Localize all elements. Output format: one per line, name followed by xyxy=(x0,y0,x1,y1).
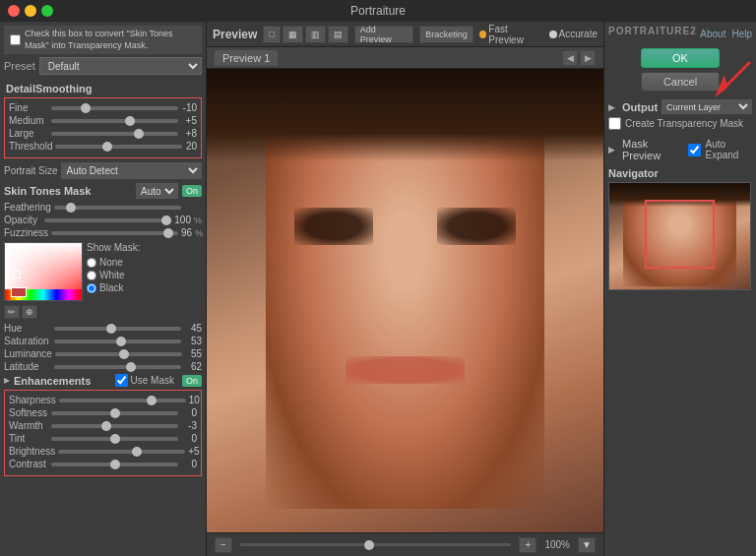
minimize-button[interactable] xyxy=(25,5,36,17)
mask-preview-triangle[interactable]: ▶ xyxy=(608,145,615,154)
color-tools: ✏ ⊕ xyxy=(4,305,83,319)
enhancements-box: Sharpness 10 Softness 0 Warmth -3 Tint 0… xyxy=(4,390,202,476)
ok-button[interactable]: OK xyxy=(641,48,720,68)
bracketing-button[interactable]: Bracketing xyxy=(419,26,473,43)
transparency-mask-checkbox[interactable] xyxy=(10,34,21,45)
opacity-row: Opacity 100 % xyxy=(4,215,202,225)
maximize-button[interactable] xyxy=(41,5,53,17)
fast-preview-option: Fast Preview xyxy=(479,24,543,45)
transparency-mask-row: Create Transparency Mask xyxy=(608,117,752,130)
hue-row: Hue 45 xyxy=(4,323,202,334)
navigator-image xyxy=(608,182,751,290)
close-button[interactable] xyxy=(8,5,20,17)
hue-value: 45 xyxy=(184,323,202,334)
threshold-slider[interactable] xyxy=(55,145,182,149)
brightness-value: +5 xyxy=(188,446,199,457)
preview-tab[interactable]: Preview 1 xyxy=(215,50,278,66)
auto-expand-row: Auto Expand xyxy=(688,139,752,160)
skin-tones-on-badge: On xyxy=(182,185,202,197)
accurate-option: Accurate xyxy=(549,29,598,39)
color-picker-gradient xyxy=(5,243,82,288)
latitude-label: Latitude xyxy=(4,361,51,372)
view-btn-2[interactable]: ▦ xyxy=(283,26,303,43)
softness-slider[interactable] xyxy=(51,411,178,415)
right-eye xyxy=(437,208,517,245)
zoom-in-button[interactable]: + xyxy=(519,537,536,553)
warmth-slider[interactable] xyxy=(51,424,178,428)
latitude-slider[interactable] xyxy=(54,365,181,369)
medium-slider[interactable] xyxy=(51,119,178,123)
add-preview-button[interactable]: Add Preview xyxy=(354,26,413,43)
output-triangle[interactable]: ▶ xyxy=(608,102,615,112)
hue-slider[interactable] xyxy=(54,327,181,331)
preview-nav-arrows: ◀ ▶ xyxy=(562,50,596,66)
fuzziness-label: Fuzziness xyxy=(4,227,48,238)
opacity-value: 100 xyxy=(174,215,191,225)
tint-value: 0 xyxy=(181,433,197,444)
show-mask-none-option[interactable]: None xyxy=(87,257,140,268)
warmth-row: Warmth -3 xyxy=(9,420,197,431)
preview-toolbar: Preview □ ▦ ▥ ▤ Add Preview Bracketing F… xyxy=(207,22,603,47)
saturation-slider[interactable] xyxy=(54,340,181,343)
zoom-out-button[interactable]: − xyxy=(215,537,232,553)
portraiture-logo: PORTRAITURE2 xyxy=(608,26,697,42)
view-btn-3[interactable]: ▥ xyxy=(305,26,326,43)
large-slider[interactable] xyxy=(51,132,178,136)
enhancements-on-badge: On xyxy=(182,375,202,387)
luminance-slider[interactable] xyxy=(55,352,182,356)
eyedropper-tool[interactable]: ✏ xyxy=(4,305,20,319)
brightness-slider[interactable] xyxy=(58,450,185,454)
use-mask-checkbox[interactable] xyxy=(115,374,128,387)
eyedropper-tool-2[interactable]: ⊕ xyxy=(22,305,37,319)
fast-preview-label: Fast Preview xyxy=(488,24,542,45)
zoom-dropdown-arrow[interactable]: ▼ xyxy=(578,537,596,553)
show-mask-none-radio[interactable] xyxy=(87,258,96,268)
use-mask-row: Use Mask xyxy=(115,374,174,387)
skin-tones-title: Skin Tones Mask xyxy=(4,185,136,197)
contrast-slider[interactable] xyxy=(51,463,178,466)
fuzziness-slider[interactable] xyxy=(51,231,178,235)
color-picker[interactable] xyxy=(4,242,83,301)
next-arrow[interactable]: ▶ xyxy=(580,50,596,66)
help-link[interactable]: Help xyxy=(731,29,752,39)
titlebar: Portraiture xyxy=(0,0,756,22)
threshold-slider-row: Threshold 20 xyxy=(9,141,197,152)
zoom-slider[interactable] xyxy=(240,543,511,546)
navigator-title: Navigator xyxy=(608,167,752,179)
feathering-row: Feathering xyxy=(4,202,202,213)
show-mask-white-option[interactable]: White xyxy=(87,270,140,280)
opacity-slider[interactable] xyxy=(44,218,171,222)
cancel-button[interactable]: Cancel xyxy=(641,72,720,92)
preset-row: Preset Default xyxy=(4,57,202,75)
opacity-pct: % xyxy=(194,216,202,225)
zoom-value: 100% xyxy=(544,539,570,550)
fine-slider[interactable] xyxy=(51,106,178,110)
tint-slider[interactable] xyxy=(51,437,178,441)
hair-top xyxy=(207,69,603,161)
prev-arrow[interactable]: ◀ xyxy=(562,50,578,66)
large-value: +8 xyxy=(181,128,197,139)
view-btn-4[interactable]: ▤ xyxy=(328,26,348,43)
opacity-label: Opacity xyxy=(4,215,41,225)
feathering-slider[interactable] xyxy=(54,206,181,210)
bottom-bar: − + 100% ▼ xyxy=(207,532,603,556)
show-mask-black-option[interactable]: Black xyxy=(87,282,140,293)
threshold-label: Threshold xyxy=(9,141,52,152)
create-transparency-checkbox[interactable] xyxy=(608,117,621,130)
color-section: ✏ ⊕ Show Mask: None White Black xyxy=(4,242,202,319)
sharpness-slider[interactable] xyxy=(59,399,186,402)
enhancements-toggle-icon[interactable]: ▶ xyxy=(4,376,10,385)
portrait-size-select[interactable]: Auto Detect xyxy=(61,162,202,179)
fuzziness-value: 96 xyxy=(181,227,192,238)
show-mask-black-radio[interactable] xyxy=(87,283,96,293)
saturation-label: Saturation xyxy=(4,336,51,346)
output-layer-select[interactable]: Current Layer xyxy=(662,99,752,114)
skin-tones-mode-select[interactable]: Auto xyxy=(136,183,178,199)
auto-expand-checkbox[interactable] xyxy=(688,144,701,156)
about-link[interactable]: About xyxy=(700,29,725,39)
view-btn-1[interactable]: □ xyxy=(263,26,280,43)
output-header: ▶ Output Current Layer xyxy=(608,99,752,114)
enhancements-title: Enhancements xyxy=(14,375,111,387)
preset-select[interactable]: Default xyxy=(39,57,202,75)
show-mask-white-radio[interactable] xyxy=(87,271,96,280)
